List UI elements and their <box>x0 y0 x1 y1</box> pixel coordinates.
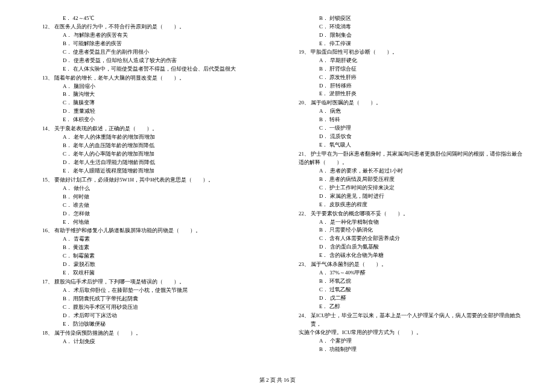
option-text: 含有人体需要的全部营养成分 <box>329 235 400 243</box>
option-label: E． <box>319 40 328 48</box>
option-text: 做什么 <box>74 185 90 193</box>
option-label: D． <box>319 243 329 251</box>
option-text: 防治咳嗽便秘 <box>73 320 106 329</box>
question-text-cont: 适的解释（ ）。 <box>299 159 531 167</box>
option-text: 老年人生活自理能力随增龄而降低 <box>74 159 155 167</box>
option: A．术后取仰卧位，在膝部垫一小枕，使髋关节微屈 <box>63 286 274 295</box>
question-stem: 13、随着年龄的增长，老年人大脑的明显改变是（ ）。 <box>42 74 274 83</box>
option-text: 转科 <box>329 116 340 124</box>
options: A．37%～40%甲醛B．环氧乙烷C．过氧乙酸D．戊二醛E．乙醇 <box>319 269 531 311</box>
page-footer: 第 2 页 共 16 页 <box>0 376 555 385</box>
option-text: 封锁疫区 <box>329 14 351 23</box>
option-label: C． <box>319 235 328 243</box>
question-stem: 23、属于气体杀菌剂的是（ ）。 <box>299 261 531 269</box>
option: C．制霉菌素 <box>63 252 274 261</box>
option-text: 家属的意见，随时进行 <box>330 192 384 201</box>
option-label: A． <box>319 57 329 65</box>
question-number: 13、 <box>42 74 53 83</box>
option-text: 环境消毒 <box>329 23 351 31</box>
option-text: 与解除患者的疾苦有关 <box>74 31 128 40</box>
option-text: 谁去做 <box>73 201 89 210</box>
option-text: 何地做 <box>73 218 89 227</box>
question: 24、某ICU护士，毕业三年以来，基本上是一个人护理某个病人，病人需要的全部护理… <box>299 312 531 354</box>
option-label: C． <box>319 124 328 133</box>
option-label: D． <box>63 159 72 167</box>
options: A．个案护理B．功能制护理 <box>319 337 531 354</box>
option-label: D． <box>63 261 72 269</box>
question-stem: 12、在医务人员的行为中，不符合行善原则的是（ ）。 <box>42 23 274 31</box>
option: E．皮肤疾患的程度 <box>319 201 531 209</box>
option-label: C． <box>63 48 72 57</box>
option-label: A． <box>63 338 72 346</box>
option: C．使患者受益且产生的副作用很小 <box>63 48 274 57</box>
question-stem: 24、某ICU护士，毕业三年以来，基本上是一个人护理某个病人，病人需要的全部护理… <box>299 312 531 329</box>
option: A．与解除患者的疾苦有关 <box>63 31 274 40</box>
option-label: D． <box>63 107 72 116</box>
option: D．流质饮食 <box>319 133 531 141</box>
option-label: D． <box>319 82 329 90</box>
option-text: 制霉菌素 <box>73 252 95 261</box>
question: 19、甲胎蛋白阳性可初步诊断（ ）。A．早期肝硬化B．肝肾综合征C．原发性肝癌D… <box>299 48 531 99</box>
option-label: B． <box>319 277 328 286</box>
options: A．术后取仰卧位，在膝部垫一小枕，使髋关节微屈B．用阴囊托或丁字带托起阴囊C．腹… <box>63 286 274 329</box>
option: C．环境消毒 <box>319 23 531 31</box>
option: B．患者的病情及局部受压程度 <box>319 175 531 184</box>
option-text: 老年人的体重随年龄的增加而增加 <box>74 133 155 142</box>
option-text: 乙醇 <box>329 303 340 311</box>
question: 16、有助于维护和修复小儿肠道黏膜屏障功能的药物是（ ）。A．青霉素B．黄连素C… <box>42 227 274 277</box>
question-text-cont: 实施个体化护理。ICU常用的护理方式为（ ）。 <box>299 329 531 337</box>
option: D．怎样做 <box>63 210 274 218</box>
option: A．病危 <box>319 107 531 116</box>
question: 14、关于衰老表现的叙述，正确的是（ ）。A．老年人的体重随年龄的增加而增加B．… <box>42 125 274 175</box>
option-label: B． <box>319 175 328 184</box>
question-text: 属于传染病预防措施的是（ ）。 <box>54 329 141 338</box>
option-text: 术后取仰卧位，在膝部垫一小枕，使髋关节微屈 <box>74 286 188 295</box>
option-text: 过氧乙酸 <box>329 286 351 294</box>
option-label: B． <box>63 193 72 201</box>
option: A．个案护理 <box>319 337 531 346</box>
question-stem: 16、有助于维护和修复小儿肠道黏膜屏障功能的药物是（ ）。 <box>42 227 274 235</box>
option: A．做什么 <box>63 185 274 193</box>
option: D．使患者受益，但却给别人造成了较大的伤害 <box>63 57 274 65</box>
right-column: B．封锁疫区C．环境消毒D．限制集会E．停工停课 19、甲胎蛋白阳性可初步诊断（… <box>299 14 531 355</box>
option-text: 患者的要求，最长不超过1小时 <box>330 167 404 175</box>
option-text: 计划免疫 <box>74 338 95 346</box>
option-text: 重量减轻 <box>74 107 95 116</box>
option: A．早期肝硬化 <box>319 57 531 65</box>
option: E．在人体实验中，可能使受益者暂不得益，但却使社会、后代受益很大 <box>63 65 274 74</box>
option: E．氧气吸人 <box>319 141 531 150</box>
question-number: 12、 <box>42 23 53 31</box>
question-text: 属于临时医嘱的是（ ）。 <box>311 99 381 107</box>
option: B．转科 <box>319 116 531 124</box>
option-text: 在人体实验中，可能使受益者暂不得益，但却使社会、后代受益很大 <box>73 65 236 74</box>
option-label: E． <box>63 320 72 329</box>
option: E．淤胆性肝炎 <box>319 90 531 98</box>
option-text: 含的碳水化合物为单糖 <box>329 251 384 260</box>
option: E．乙醇 <box>319 303 531 311</box>
option-label: D． <box>319 31 329 40</box>
question: 13、随着年龄的增长，老年人大脑的明显改变是（ ）。A．脑回缩小B．脑沟增大C．… <box>42 74 274 125</box>
option-label: B． <box>319 65 328 74</box>
option: A．脑回缩小 <box>63 83 274 91</box>
option-label: E． <box>319 251 328 260</box>
question-stem: 20、属于临时医嘱的是（ ）。 <box>299 99 531 107</box>
option-text: 蒙脱石散 <box>74 261 95 269</box>
option: D．戊二醛 <box>319 294 531 303</box>
question-number: 14、 <box>42 125 53 133</box>
option: C．含有人体需要的全部营养成分 <box>319 235 531 243</box>
option-label: C． <box>63 150 72 159</box>
option: A．是一种化学精制食物 <box>319 218 531 227</box>
options: A．是一种化学精制食物B．只需要经小肠消化C．含有人体需要的全部营养成分D．含的… <box>319 218 531 261</box>
option-label: A． <box>63 31 72 40</box>
option-label: D． <box>63 312 72 320</box>
option-label: B． <box>319 116 328 124</box>
question-number: 18、 <box>42 329 53 338</box>
option: D．重量减轻 <box>63 107 274 116</box>
option: D．家属的意见，随时进行 <box>319 192 531 201</box>
option-label: C． <box>319 286 328 294</box>
option-text: 肝肾综合征 <box>329 65 357 74</box>
option-text: 脑膜变薄 <box>73 99 95 107</box>
option-label: E． <box>63 269 72 277</box>
option-text: 个案护理 <box>330 337 352 346</box>
question-number: 19、 <box>299 48 309 57</box>
